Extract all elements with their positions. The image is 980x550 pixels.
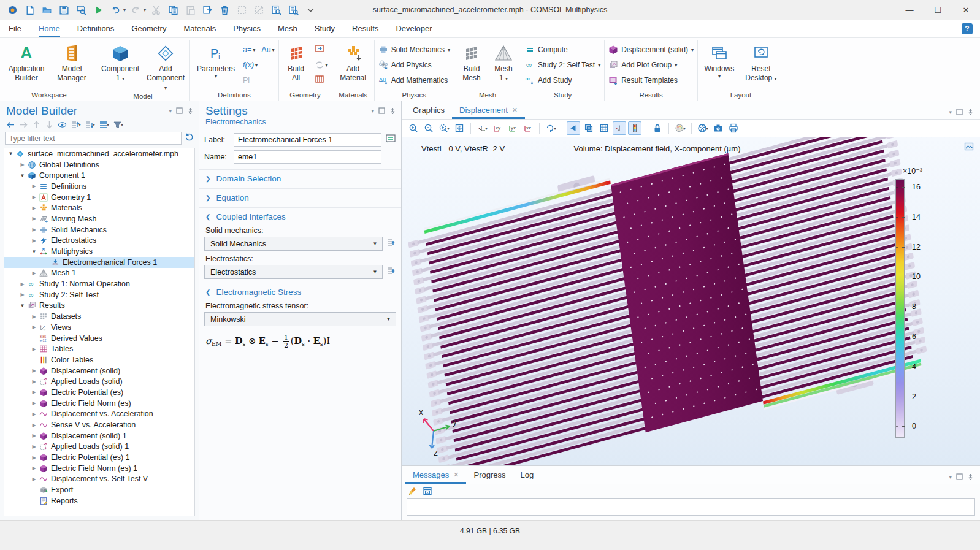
panel-menu-icon[interactable]: ▾ [371,108,374,114]
tree-item[interactable]: ▶Sense V vs. Acceleration [4,419,194,430]
expand-arrow-icon[interactable]: ▶ [30,216,38,221]
print-icon[interactable] [727,121,740,135]
duplicate-icon[interactable] [200,3,215,17]
environment-icon[interactable]: ▾ [696,121,710,135]
menu-definitions[interactable]: Definitions [77,20,115,37]
paste-icon[interactable] [183,3,197,17]
tree-item[interactable]: ▶Definitions [4,181,194,192]
expand-arrow-icon[interactable]: ▶ [30,455,38,460]
expand-arrow-icon[interactable]: ▶ [30,205,38,211]
go-to-view-icon[interactable]: ▾ [475,121,489,135]
model-tree-detail-icon[interactable]: ▾ [99,120,109,129]
collapse-arrow-icon[interactable]: ▼ [18,303,26,308]
collapse-tree-icon[interactable]: ▾ [85,120,95,129]
tree-item[interactable]: Electromechanical Forces 1 [4,257,194,268]
expand-arrow-icon[interactable]: ▶ [18,292,26,297]
cut-icon[interactable] [148,3,163,17]
find-icon[interactable] [269,3,283,17]
tree-item[interactable]: ▶∞Study 2: Self Test [4,289,194,300]
panel-pin-icon[interactable] [967,472,974,483]
chevron-down-icon[interactable]: ▾ [144,7,146,13]
expand-arrow-icon[interactable]: ▶ [30,227,38,232]
tree-item[interactable]: ▶Applied Loads (solid) 1 [4,441,194,453]
zoom-in-icon[interactable] [407,121,420,135]
compute-button[interactable]: Compute [525,42,600,57]
expand-arrow-icon[interactable]: ▶ [30,389,38,395]
expand-arrow-icon[interactable]: ▶ [30,324,38,330]
nonlocal-couplings-button[interactable]: Δu▾ [261,45,274,54]
messages-content[interactable] [407,498,975,516]
section-equation[interactable]: ❯ Equation [199,188,401,204]
select-box-icon[interactable] [234,3,249,17]
tab-graphics[interactable]: Graphics [405,101,452,119]
show-icon[interactable] [58,120,67,129]
menu-study[interactable]: Study [315,20,335,37]
variables-button[interactable]: a=▾ [243,45,255,54]
electrostatics-select[interactable]: Electrostatics ▼ [204,265,383,279]
tab-progress[interactable]: Progress [466,466,513,484]
panel-float-icon[interactable] [956,107,963,118]
expand-arrow-icon[interactable]: ▶ [30,194,38,200]
menu-geometry[interactable]: Geometry [131,20,166,37]
expand-arrow-icon[interactable]: ▶ [30,400,38,406]
collapse-arrow-icon[interactable]: ▼ [7,151,15,156]
result-templates-button[interactable]: Result Templates [608,73,694,88]
tree-item[interactable]: ▼Multiphysics [4,246,194,257]
tree-item[interactable]: ▶Views [4,322,194,333]
tree-item[interactable]: ▼surface_micromachined_accelerometer.mph [4,148,194,159]
find-replace-icon[interactable] [286,3,301,17]
tree-item[interactable]: ▶Tables [4,343,194,354]
tab-displacement[interactable]: Displacement✕ [452,101,525,119]
collapse-arrow-icon[interactable]: ▼ [18,173,26,178]
plot-image-icon[interactable] [964,142,974,154]
tab-messages[interactable]: Messages✕ [405,466,466,484]
label-field[interactable] [234,133,381,147]
add-component-button[interactable]: Add Component ▾ [145,42,186,92]
tree-item[interactable]: 8.85e-12Derived Values [4,333,194,344]
panel-menu-icon[interactable]: ▾ [169,108,172,114]
tree-item[interactable]: ▼Results [4,300,194,311]
undo-icon[interactable] [108,3,123,17]
component-1-button[interactable]: Component 1 ▾ [100,42,140,83]
parameters-button[interactable]: Pi Parameters ▾ [194,42,238,80]
snapshot-icon[interactable] [711,121,725,135]
menu-materials[interactable]: Materials [183,20,216,37]
move-up-icon[interactable] [32,120,41,129]
panel-float-icon[interactable] [956,472,963,483]
tree-item[interactable]: ▶Applied Loads (solid) [4,376,194,387]
show-in-model-icon[interactable] [385,133,396,147]
color-legend-icon[interactable] [628,121,641,135]
transparency-icon[interactable] [582,121,595,135]
tree-item[interactable]: ▶Displacement (solid) 1 [4,430,194,441]
tree-item[interactable]: ▶Solid Mechanics [4,224,194,235]
open-in-window-icon[interactable] [423,486,432,496]
displacement-solid-button[interactable]: Displacement (solid)▾ [608,42,694,57]
expand-arrow-icon[interactable]: ▶ [18,162,26,167]
tree-item[interactable]: ▶Electric Field Norm (es) 1 [4,463,194,474]
view-xz-icon[interactable]: xz [521,121,535,135]
run-icon[interactable] [91,3,105,17]
grid-icon[interactable] [597,121,611,135]
add-material-button[interactable]: AddMaterial [336,42,370,83]
panel-float-icon[interactable] [176,105,183,116]
minimize-button[interactable]: — [895,0,924,20]
expand-arrow-icon[interactable]: ▶ [30,379,38,384]
plot-area[interactable]: VtestL=0 V, VtestR=2 V Volume: Displacem… [402,137,980,465]
toolbar-chevron-icon[interactable] [303,3,318,17]
tree-item[interactable]: Reports [4,495,194,506]
save-search-icon[interactable] [74,3,88,17]
model-manager-button[interactable]: ModelManager [52,42,92,83]
scene-light-icon[interactable] [567,121,580,135]
redo-icon[interactable] [128,3,143,17]
tree-item[interactable]: ▶Displacement (solid) [4,365,194,376]
build-all-button[interactable]: BuildAll [283,42,310,83]
save-icon[interactable] [56,3,71,17]
filter-icon[interactable]: ▾ [113,120,123,129]
close-button[interactable]: ✕ [952,0,980,20]
expand-tree-icon[interactable]: ▾ [71,120,81,129]
rebuild-button[interactable]: ▾ [315,60,328,70]
view-xy-icon[interactable]: xy [491,121,504,135]
open-folder-icon[interactable] [39,3,54,17]
expand-arrow-icon[interactable]: ▶ [18,281,26,287]
solid-mechanics-ribbon-button[interactable]: Solid Mechanics▾ [378,42,450,57]
